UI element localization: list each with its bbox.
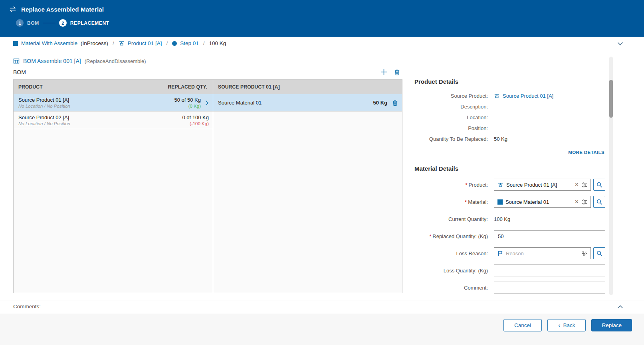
- bom-products-pane: PRODUCT REPLACED QTY. Source Product 01 …: [14, 80, 213, 293]
- comments-bar: Comments:: [0, 300, 644, 313]
- detail-value: [494, 103, 605, 110]
- filter-icon[interactable]: [581, 182, 587, 187]
- required-asterisk: *: [466, 182, 468, 188]
- qty-cell: 0 of 100 Kg (-100 Kg): [182, 114, 209, 127]
- cancel-button[interactable]: Cancel: [503, 319, 542, 331]
- step-connector: [43, 23, 55, 23]
- detail-row: Position:: [414, 123, 605, 134]
- form-row-material: *Material: Source Material 01 ×: [414, 196, 605, 208]
- add-icon[interactable]: [380, 69, 387, 75]
- clear-icon[interactable]: ×: [575, 181, 579, 188]
- qty-delta: (0 Kg): [174, 103, 201, 109]
- clear-icon[interactable]: ×: [575, 199, 579, 205]
- current-quantity-label: Current Quantity:: [414, 216, 488, 222]
- table-row[interactable]: Source Material 01 50 Kg: [213, 94, 402, 112]
- bom-toolbar: [380, 69, 402, 75]
- replace-button[interactable]: Replace: [591, 319, 632, 331]
- column-header-product: PRODUCT: [18, 84, 43, 90]
- product-icon: [119, 40, 125, 46]
- detail-value: 50 Kg: [494, 136, 605, 142]
- scrollbar[interactable]: [609, 57, 613, 295]
- product-icon: [497, 182, 503, 188]
- product-lookup-field[interactable]: Source Product 01 [A] ×: [494, 179, 591, 191]
- scrollbar-thumb[interactable]: [609, 80, 613, 118]
- table-row[interactable]: Source Product 01 [A] No Location / No P…: [14, 94, 213, 112]
- product-location: No Location / No Position: [18, 121, 182, 127]
- breadcrumb-separator: /: [165, 40, 169, 46]
- flag-icon: [497, 250, 503, 256]
- wizard-steps: 1 BOM 2 REPLACEMENT: [16, 19, 644, 27]
- product-cell: Source Product 01 [A] No Location / No P…: [18, 97, 174, 109]
- replace-assembled-material-page: Replace Assembled Material 1 BOM 2 REPLA…: [0, 0, 644, 345]
- bom-label: BOM: [13, 69, 26, 75]
- more-details-link[interactable]: MORE DETAILS: [568, 150, 604, 155]
- material-state: (InProcess): [81, 40, 108, 46]
- chevron-left-icon: ‹: [558, 322, 560, 329]
- material-icon: [497, 199, 503, 205]
- material-search-button[interactable]: [593, 196, 605, 208]
- page-title: Replace Assembled Material: [21, 6, 104, 13]
- filter-icon[interactable]: [581, 199, 587, 205]
- form-row-loss-quantity: Loss Quantity: (Kg): [414, 264, 605, 276]
- detail-label: Location:: [414, 114, 488, 120]
- filter-icon[interactable]: [581, 251, 587, 256]
- detail-value: [494, 125, 605, 132]
- loss-reason-lookup-field[interactable]: Reason: [494, 247, 591, 259]
- breadcrumb-material-link[interactable]: Material With Assemble: [21, 40, 77, 46]
- product-field-label: *Product:: [414, 182, 488, 188]
- detail-row: Quantity To Be Replaced: 50 Kg: [414, 134, 605, 144]
- table-row[interactable]: Source Product 02 [A] No Location / No P…: [14, 112, 213, 129]
- current-quantity-value: 100 Kg: [494, 216, 605, 222]
- more-details-row: MORE DETAILS: [414, 148, 604, 156]
- detail-value: [494, 114, 605, 121]
- loss-reason-placeholder: Reason: [506, 250, 579, 256]
- form-row-loss-reason: Loss Reason: Reason: [414, 247, 605, 259]
- delete-icon[interactable]: [392, 100, 398, 106]
- material-icon: [13, 41, 18, 46]
- breadcrumb-separator: /: [202, 40, 206, 46]
- product-icon: [494, 93, 500, 99]
- back-button[interactable]: ‹ Back: [547, 319, 586, 331]
- step-1-circle: 1: [16, 19, 24, 27]
- table-header-row: PRODUCT REPLACED QTY.: [14, 80, 213, 94]
- chevron-up-icon[interactable]: [617, 305, 623, 309]
- column-header-replaced-qty: REPLACED QTY.: [168, 84, 207, 90]
- qty-delta: (-100 Kg): [182, 121, 209, 127]
- step-icon: [172, 41, 177, 46]
- chevron-down-icon[interactable]: [617, 42, 623, 45]
- step-replacement[interactable]: 2 REPLACEMENT: [59, 19, 109, 27]
- delete-icon[interactable]: [394, 69, 400, 75]
- step-bom[interactable]: 1 BOM: [16, 19, 39, 27]
- footer: Cancel ‹ Back Replace: [0, 313, 644, 345]
- qty-cell: 50 of 50 Kg (0 Kg): [174, 97, 201, 109]
- column-header-source-product: SOURCE PRODUCT 01 [A]: [218, 84, 280, 90]
- product-details-title: Product Details: [414, 78, 605, 85]
- breadcrumb-step-link[interactable]: Step 01: [180, 40, 199, 46]
- comment-input[interactable]: [494, 282, 605, 294]
- material-lookup-field[interactable]: Source Material 01 ×: [494, 196, 591, 208]
- product-search-button[interactable]: [593, 179, 605, 191]
- product-cell: Source Product 02 [A] No Location / No P…: [18, 114, 182, 127]
- bom-table: PRODUCT REPLACED QTY. Source Product 01 …: [13, 79, 402, 293]
- required-asterisk: *: [465, 199, 467, 205]
- title-row: Replace Assembled Material: [0, 0, 644, 13]
- detail-row: Location:: [414, 112, 605, 123]
- loss-quantity-label: Loss Quantity: (Kg): [414, 268, 488, 274]
- detail-row: Source Product: Source Product 01 [A]: [414, 91, 605, 101]
- details-panel: Product Details Source Product: Source P…: [414, 78, 605, 299]
- breadcrumb-product-link[interactable]: Product 01 [A]: [128, 40, 162, 46]
- source-product-link[interactable]: Source Product 01 [A]: [503, 93, 553, 99]
- material-name: Source Material 01: [218, 99, 373, 106]
- chevron-right-icon[interactable]: [202, 100, 209, 106]
- replaced-quantity-input[interactable]: [494, 230, 605, 242]
- loss-reason-search-button[interactable]: [593, 247, 605, 259]
- loss-quantity-input[interactable]: [494, 264, 605, 276]
- bom-link[interactable]: BOM Assemble 001 [A]: [23, 58, 81, 64]
- loss-reason-label: Loss Reason:: [414, 250, 488, 256]
- detail-label: Source Product:: [414, 93, 488, 99]
- breadcrumb-separator: /: [111, 40, 115, 46]
- detail-label: Quantity To Be Replaced:: [414, 136, 488, 142]
- bom-label-row: BOM: [13, 69, 402, 75]
- material-qty: 50 Kg: [373, 100, 387, 106]
- product-name: Source Product 01 [A]: [18, 97, 174, 103]
